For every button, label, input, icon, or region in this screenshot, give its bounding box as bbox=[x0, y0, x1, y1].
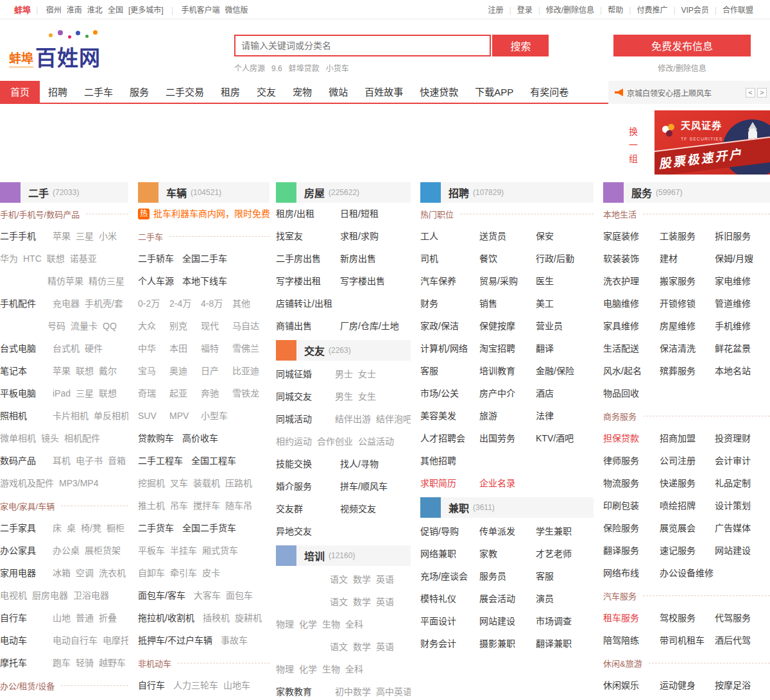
category-link[interactable]: 全国二手货车 bbox=[182, 523, 236, 533]
column-title[interactable]: 车辆 bbox=[166, 185, 187, 200]
category-link[interactable]: 保姆/月嫂 bbox=[715, 248, 770, 270]
category-link[interactable]: 冰箱 bbox=[53, 568, 71, 578]
category-link[interactable]: 广告媒体 bbox=[715, 517, 770, 540]
category-link[interactable]: 礼品定制 bbox=[715, 472, 770, 495]
category-link[interactable]: 个人车源 bbox=[138, 276, 174, 286]
category-link[interactable]: 生活配送 bbox=[603, 337, 660, 360]
category-link[interactable]: 出国劳务 bbox=[479, 427, 536, 450]
category-link[interactable]: 本田 bbox=[169, 337, 201, 360]
category-link[interactable]: 风水/起名 bbox=[603, 360, 660, 382]
category-link[interactable]: 手机壳/套 bbox=[85, 298, 123, 309]
category-link[interactable]: 橱柜 bbox=[107, 523, 124, 533]
category-link[interactable]: 鲜花盆景 bbox=[715, 337, 770, 360]
category-link[interactable]: 雪佛兰 bbox=[232, 337, 270, 360]
category-link[interactable]: 桌 bbox=[67, 523, 76, 533]
city-link[interactable]: 淮南 bbox=[67, 6, 82, 15]
category-link[interactable]: 英语 bbox=[376, 597, 394, 607]
category-link[interactable]: 日租/短租 bbox=[340, 203, 411, 225]
category-link[interactable]: 家电维修 bbox=[715, 270, 770, 293]
category-link[interactable]: 自行车 bbox=[138, 680, 165, 690]
category-link[interactable]: 印刷包装 bbox=[603, 495, 660, 517]
category-link[interactable]: 汽车保养 bbox=[420, 270, 479, 293]
category-link[interactable]: 全科 bbox=[345, 664, 363, 674]
category-label[interactable]: 手机配件 bbox=[0, 293, 47, 315]
category-link[interactable]: 全国工程车 bbox=[191, 456, 236, 466]
category-link[interactable]: 销售 bbox=[479, 293, 536, 315]
category-link[interactable]: 展会活动 bbox=[479, 588, 536, 610]
category-link[interactable]: 旅游 bbox=[479, 405, 536, 427]
category-link[interactable]: 语文 bbox=[330, 574, 348, 585]
category-link[interactable]: 家庭装修 bbox=[603, 225, 660, 248]
category-link[interactable]: 客服 bbox=[536, 565, 594, 588]
category-link[interactable]: 保安 bbox=[536, 225, 594, 248]
category-link[interactable]: 求租/求购 bbox=[340, 225, 411, 248]
category-link[interactable]: 电摩托 bbox=[103, 635, 128, 645]
category-link[interactable]: 速记服务 bbox=[660, 540, 715, 562]
announcement-link[interactable]: 京城白领安心搭上顺风车 bbox=[627, 87, 712, 98]
category-link[interactable]: 喷绘招牌 bbox=[660, 495, 715, 517]
category-link[interactable]: 厢式货车 bbox=[202, 545, 238, 556]
category-link[interactable]: 保洁清洗 bbox=[660, 337, 715, 360]
category-link[interactable]: 0-2万 bbox=[138, 293, 169, 315]
category-link[interactable]: 山地车 bbox=[223, 680, 250, 690]
category-link[interactable]: MPV bbox=[169, 405, 201, 427]
category-link[interactable]: 越野车 bbox=[99, 658, 126, 668]
category-link[interactable]: 半挂车 bbox=[170, 545, 197, 556]
column-title[interactable]: 房屋 bbox=[304, 185, 325, 200]
category-link[interactable]: 招商加盟 bbox=[660, 427, 715, 450]
category-link[interactable]: 才艺老师 bbox=[536, 543, 594, 565]
category-link[interactable]: 男生 bbox=[335, 391, 353, 402]
category-link[interactable]: 电子书 bbox=[76, 456, 103, 466]
city-link[interactable]: 全国 bbox=[108, 6, 123, 15]
category-link[interactable]: 法律 bbox=[536, 405, 594, 427]
category-link[interactable]: 苹果 bbox=[53, 366, 71, 376]
category-link[interactable]: 求职简历 bbox=[420, 472, 479, 495]
category-link[interactable]: 服务员 bbox=[479, 565, 536, 588]
announcement-prev-button[interactable]: < bbox=[746, 88, 755, 98]
category-link[interactable]: 折叠 bbox=[99, 613, 117, 623]
category-link[interactable]: 网站建设 bbox=[479, 610, 536, 633]
category-link[interactable]: 叉车 bbox=[170, 478, 188, 488]
category-link[interactable]: 公司注册 bbox=[660, 450, 715, 472]
category-link[interactable]: 传单派发 bbox=[479, 520, 536, 543]
category-label[interactable]: 家教教育 bbox=[276, 681, 330, 696]
category-link[interactable]: 化学 bbox=[299, 619, 317, 629]
category-link[interactable]: 技能交换 bbox=[276, 453, 340, 475]
category-link[interactable]: 财务 bbox=[420, 293, 479, 315]
category-link[interactable]: 市场调查 bbox=[536, 610, 594, 633]
category-label[interactable]: 平板电脑 bbox=[0, 382, 47, 405]
category-link[interactable]: 数学 bbox=[353, 574, 371, 585]
category-link[interactable]: 厂房/仓库/土地 bbox=[340, 315, 411, 337]
category-label[interactable]: 二手手机 bbox=[0, 225, 47, 248]
category-link[interactable]: 别克 bbox=[169, 315, 201, 337]
category-link[interactable]: 充电器 bbox=[53, 298, 80, 309]
category-link[interactable]: 空调 bbox=[76, 568, 94, 578]
category-link[interactable]: 计算机/网络 bbox=[420, 337, 479, 360]
category-link[interactable]: 精仿苹果 bbox=[47, 276, 83, 286]
category-link[interactable]: 三星 bbox=[76, 388, 94, 398]
category-link[interactable]: 翻译服务 bbox=[603, 540, 660, 562]
category-link[interactable]: KTV/酒吧 bbox=[536, 427, 594, 450]
category-link[interactable]: 拖拉机/收割机 bbox=[138, 613, 194, 623]
category-link[interactable]: 酒后代驾 bbox=[715, 629, 770, 652]
category-link[interactable]: 投资理财 bbox=[715, 427, 770, 450]
category-link[interactable]: 装载机 bbox=[193, 478, 220, 488]
category-link[interactable]: 网站建设 bbox=[715, 540, 770, 562]
category-link[interactable]: 休闲娱乐 bbox=[603, 674, 660, 696]
category-link[interactable]: 旋耕机 bbox=[235, 613, 262, 623]
nav-item-12[interactable]: 有奖问卷 bbox=[522, 81, 577, 104]
category-link[interactable]: 生物 bbox=[322, 619, 340, 629]
category-link[interactable]: 英语 bbox=[376, 574, 394, 585]
category-link[interactable]: 现代 bbox=[201, 315, 232, 337]
category-label[interactable]: 自行车 bbox=[0, 607, 47, 629]
nav-item-11[interactable]: 下载APP bbox=[466, 81, 522, 104]
category-link[interactable]: 搬家服务 bbox=[660, 270, 715, 293]
category-link[interactable]: 4-8万 bbox=[201, 293, 232, 315]
category-link[interactable]: 商铺出售 bbox=[276, 315, 340, 337]
category-link[interactable]: 轻骑 bbox=[76, 658, 94, 668]
category-link[interactable]: 财务会计 bbox=[420, 633, 479, 655]
category-link[interactable]: 殡葬服务 bbox=[660, 360, 715, 382]
category-label[interactable]: 笔记本 bbox=[0, 360, 47, 382]
category-link[interactable]: 山地 bbox=[53, 613, 71, 623]
category-link[interactable]: 日产 bbox=[201, 360, 232, 382]
